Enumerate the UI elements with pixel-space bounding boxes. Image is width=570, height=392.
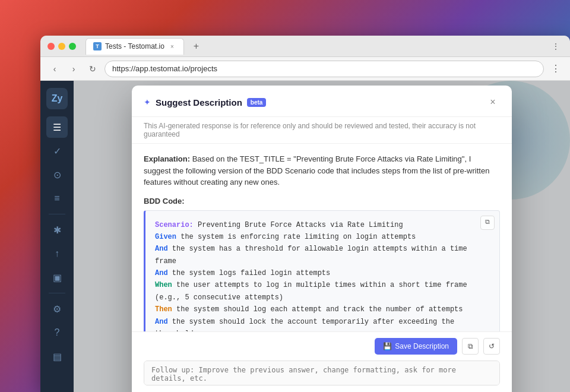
code-then-text: the system should log each attempt and t…	[176, 305, 463, 314]
close-window-button[interactable]	[48, 43, 55, 50]
sidebar-divider-2	[49, 293, 65, 293]
sidebar-item-star[interactable]: ✱	[46, 219, 68, 241]
modal-footer: 💾 Save Description ⧉ ↺	[132, 331, 512, 392]
modal-title-row: ✦ Suggest Description beta	[144, 97, 266, 108]
code-line-6: Then the system should log each attempt …	[155, 304, 490, 315]
code-line-3: And the system has a threshold for allow…	[155, 243, 490, 267]
sidebar-item-layers[interactable]: ▤	[46, 346, 68, 367]
sidebar-item-list[interactable]: ≡	[46, 188, 68, 209]
code-block: ⧉ Scenario: Preventing Brute Force Attac…	[144, 210, 500, 332]
save-description-button[interactable]: 💾 Save Description	[375, 338, 457, 355]
tab-favicon: T	[93, 42, 102, 50]
code-line-7: And the system should lock the account t…	[155, 316, 490, 331]
refresh-button[interactable]: ↻	[86, 62, 100, 76]
code-scenario-text: Preventing Brute Force Attacks via Rate …	[198, 221, 403, 229]
modal-subtitle: This AI-generated response is for refere…	[132, 117, 512, 144]
modal-title: Suggest Description	[156, 97, 242, 108]
sidebar: Zy ☰ ✓ ⊙ ≡ ✱ ↑ ▣ ⚙ ? ▤	[40, 81, 74, 392]
keyword-and-3: And	[155, 318, 168, 326]
new-tab-button[interactable]: +	[189, 39, 204, 54]
modal-body: Explanation: Based on the TEST_TITLE = "…	[132, 144, 512, 331]
keyword-then: Then	[155, 305, 172, 314]
tab-title: Tests - Testomat.io	[105, 42, 164, 50]
explanation-text: Explanation: Based on the TEST_TITLE = "…	[144, 153, 500, 188]
sidebar-item-analytics[interactable]: ↑	[46, 243, 68, 264]
browser-options-button[interactable]: ⋮	[549, 62, 563, 76]
maximize-window-button[interactable]	[69, 43, 76, 50]
copy-icon: ⧉	[468, 342, 473, 350]
browser-tab[interactable]: T Tests - Testomat.io ×	[86, 38, 184, 55]
code-copy-button[interactable]: ⧉	[480, 216, 495, 230]
browser-menu-button[interactable]: ⋮	[549, 39, 563, 53]
code-line-5: When the user attempts to log in multipl…	[155, 279, 490, 304]
refresh-button[interactable]: ↺	[483, 338, 500, 355]
back-button[interactable]: ‹	[48, 62, 62, 76]
keyword-given: Given	[155, 233, 176, 241]
browser-window: T Tests - Testomat.io × + ⋮ ‹ › ↻ https:…	[40, 36, 570, 392]
keyword-when: When	[155, 281, 172, 289]
modal-header: ✦ Suggest Description beta ×	[132, 86, 512, 117]
followup-input[interactable]	[144, 361, 500, 385]
sidebar-item-help[interactable]: ?	[46, 322, 68, 343]
code-and-2-text: the system logs failed login attempts	[172, 269, 330, 277]
suggest-description-modal: ✦ Suggest Description beta × This AI-gen…	[132, 86, 512, 392]
main-panel: ✦ Suggest Description beta × This AI-gen…	[74, 81, 570, 392]
beta-badge: beta	[247, 98, 267, 107]
sidebar-item-settings[interactable]: ⚙	[46, 298, 68, 320]
url-text: https://app.testomat.io/projects	[112, 64, 217, 73]
sidebar-divider	[49, 214, 65, 214]
explanation-content: Based on the TEST_TITLE = "Preventing Br…	[144, 154, 489, 186]
modal-overlay: ✦ Suggest Description beta × This AI-gen…	[74, 81, 570, 392]
sparkle-icon: ✦	[144, 97, 151, 107]
address-bar[interactable]: https://app.testomat.io/projects	[104, 61, 544, 77]
modal-close-button[interactable]: ×	[486, 95, 500, 109]
traffic-lights	[48, 43, 76, 50]
code-when-text: the user attempts to log in multiple tim…	[155, 281, 467, 301]
browser-titlebar: T Tests - Testomat.io × + ⋮	[40, 36, 570, 57]
copy-button[interactable]: ⧉	[462, 338, 479, 355]
code-given-text: the system is enforcing rate limiting on…	[180, 233, 416, 241]
app-logo: Zy	[46, 88, 68, 109]
code-and-1-text: the system has a threshold for allowable…	[155, 245, 467, 265]
minimize-window-button[interactable]	[58, 43, 65, 50]
save-icon: 💾	[383, 342, 392, 350]
sidebar-item-grid[interactable]: ▣	[46, 267, 68, 288]
sidebar-item-menu[interactable]: ☰	[46, 116, 68, 138]
explanation-label: Explanation:	[144, 154, 190, 163]
keyword-and-2: And	[155, 269, 168, 277]
app-content: Zy ☰ ✓ ⊙ ≡ ✱ ↑ ▣ ⚙ ? ▤ ✦	[40, 81, 570, 392]
footer-actions: 💾 Save Description ⧉ ↺	[144, 338, 500, 355]
forward-button[interactable]: ›	[66, 62, 81, 76]
code-line-2: Given the system is enforcing rate limit…	[155, 231, 490, 243]
save-label: Save Description	[395, 342, 449, 350]
sidebar-item-tests[interactable]: ⊙	[46, 164, 68, 185]
sidebar-item-check[interactable]: ✓	[46, 140, 68, 162]
code-line-4: And the system logs failed login attempt…	[155, 267, 490, 279]
tab-close-button[interactable]: ×	[168, 42, 176, 50]
code-line-1: Scenario: Preventing Brute Force Attacks…	[155, 219, 490, 231]
refresh-icon: ↺	[489, 342, 495, 350]
keyword-scenario: Scenario:	[155, 221, 194, 229]
keyword-and-1: And	[155, 245, 168, 253]
code-and-3-text: the system should lock the account tempo…	[155, 318, 454, 331]
bdd-code-label: BDD Code:	[144, 197, 500, 206]
browser-toolbar: ‹ › ↻ https://app.testomat.io/projects ⋮	[40, 57, 570, 81]
